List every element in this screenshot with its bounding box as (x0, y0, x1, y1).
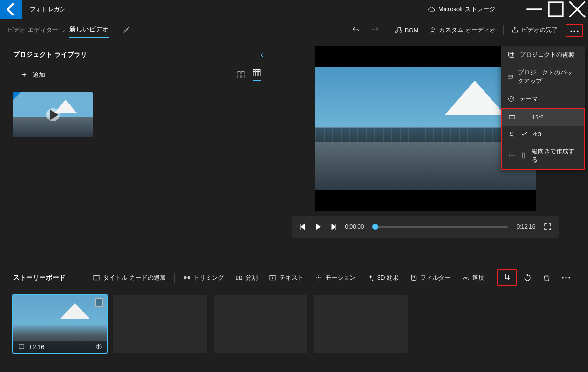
duplicate-icon (507, 51, 515, 59)
svg-rect-11 (508, 75, 513, 78)
trim-icon (183, 274, 191, 282)
aspect-ratio-group: 16:9 4:3 縦向きで作成する (501, 108, 585, 170)
filter-icon (410, 274, 417, 282)
delete-button[interactable] (538, 271, 555, 285)
menu-duplicate[interactable]: プロジェクトの複製 (501, 46, 585, 64)
play-button[interactable] (314, 223, 322, 231)
theme-icon (507, 95, 515, 103)
title-bar: フォト レガシ Microsoft ストレージ (0, 0, 588, 19)
svg-rect-21 (238, 75, 240, 78)
more-button[interactable] (566, 24, 583, 37)
motion-icon (315, 274, 322, 282)
svg-rect-10 (510, 53, 514, 57)
rotate-button[interactable] (519, 271, 536, 285)
text-icon: T (269, 274, 276, 282)
undo-button[interactable] (347, 23, 365, 37)
add-media-button[interactable]: ＋ 追加 (21, 70, 45, 80)
svg-rect-27 (256, 72, 258, 74)
svg-rect-25 (258, 70, 260, 72)
collapse-button[interactable]: ‹ (261, 51, 263, 59)
clip-placeholder[interactable] (214, 295, 307, 353)
current-time: 0:00.00 (345, 223, 364, 230)
finish-video-button[interactable]: ビデオの完了 (506, 23, 563, 37)
maximize-button[interactable] (545, 0, 566, 19)
title-card-icon (93, 274, 100, 282)
storyboard-more-button[interactable] (557, 274, 575, 282)
used-indicator (13, 92, 21, 100)
audio-icon (429, 26, 436, 34)
grid-small-icon[interactable] (237, 68, 245, 81)
svg-rect-15 (509, 116, 515, 119)
clip-selected[interactable]: 12.16 (13, 295, 107, 353)
back-button[interactable] (0, 0, 22, 19)
bgm-button[interactable]: BGM (390, 23, 424, 37)
play-overlay-icon (46, 108, 60, 121)
svg-rect-30 (256, 74, 258, 76)
people-icon (508, 130, 516, 138)
speed-icon (462, 274, 469, 282)
motion-button[interactable]: モーション (310, 271, 360, 285)
grid-large-icon[interactable] (253, 68, 261, 81)
storage-link[interactable]: Microsoft ストレージ (428, 5, 495, 14)
svg-rect-24 (256, 70, 258, 72)
fullscreen-button[interactable] (544, 223, 551, 231)
close-button[interactable] (566, 0, 588, 19)
svg-rect-20 (241, 72, 244, 74)
svg-rect-31 (258, 74, 260, 76)
svg-point-38 (318, 277, 319, 278)
split-button[interactable]: 分割 (231, 271, 262, 285)
prev-frame-button[interactable] (299, 223, 306, 230)
svg-rect-34 (236, 276, 238, 279)
minimize-button[interactable] (523, 0, 545, 19)
scrubber[interactable] (372, 226, 508, 228)
check-icon (521, 130, 528, 138)
svg-point-5 (434, 28, 436, 30)
breadcrumb-current[interactable]: 新しいビデオ (69, 25, 109, 38)
svg-point-6 (570, 30, 572, 32)
menu-theme[interactable]: テーマ (501, 90, 585, 108)
svg-rect-28 (258, 72, 260, 74)
clip-placeholder[interactable] (314, 295, 408, 353)
add-title-card-button[interactable]: タイトル カードの追加 (88, 271, 171, 285)
trim-button[interactable]: トリミング (179, 271, 229, 285)
svg-point-42 (565, 277, 566, 278)
svg-point-8 (577, 30, 578, 32)
menu-portrait[interactable]: 縦向きで作成する (502, 142, 584, 169)
custom-audio-button[interactable]: カスタム オーディオ (424, 23, 500, 37)
svg-rect-44 (19, 345, 24, 349)
breadcrumb: ビデオ エディター › 新しいビデオ (7, 22, 130, 38)
svg-point-13 (510, 98, 511, 99)
export-icon (511, 26, 519, 34)
svg-rect-22 (241, 75, 244, 78)
text-button[interactable]: T テキスト (264, 271, 308, 285)
menu-aspect-4-3[interactable]: 4:3 (502, 126, 584, 142)
command-bar: ビデオ エディター › 新しいビデオ BGM カスタム オーディオ ビデオの完了 (0, 19, 588, 41)
menu-backup[interactable]: プロジェクトのバックアップ (501, 64, 585, 90)
storyboard-title: ストーリーボード (13, 274, 66, 282)
filter-button[interactable]: フィルター (405, 271, 455, 285)
svg-point-17 (511, 155, 513, 156)
edit-name-button[interactable] (123, 26, 130, 35)
separator (387, 25, 387, 35)
main-area: プロジェクト ライブラリ ‹ ＋ 追加 (0, 41, 588, 261)
svg-rect-29 (253, 74, 255, 76)
menu-aspect-16-9[interactable]: 16:9 (502, 109, 584, 126)
svg-point-40 (413, 276, 415, 278)
speed-button[interactable]: 速度 (457, 271, 489, 285)
split-icon (235, 274, 243, 282)
svg-rect-26 (253, 72, 255, 74)
breadcrumb-root[interactable]: ビデオ エディター (7, 26, 58, 34)
svg-rect-23 (253, 70, 255, 72)
svg-rect-9 (509, 52, 513, 56)
svg-point-14 (512, 98, 513, 99)
svg-rect-18 (522, 153, 525, 158)
next-frame-button[interactable] (330, 223, 337, 230)
clip-placeholder[interactable] (113, 295, 207, 353)
svg-point-16 (510, 132, 512, 134)
3d-effects-button[interactable]: 3D 効果 (362, 271, 403, 285)
library-thumbnail[interactable] (13, 92, 93, 137)
crop-aspect-button[interactable] (497, 269, 517, 286)
overflow-menu: プロジェクトの複製 プロジェクトのバックアップ テーマ 16:9 4:3 縦向き… (501, 46, 585, 170)
speaker-icon[interactable] (95, 343, 102, 350)
clip-checkbox[interactable] (95, 298, 103, 307)
